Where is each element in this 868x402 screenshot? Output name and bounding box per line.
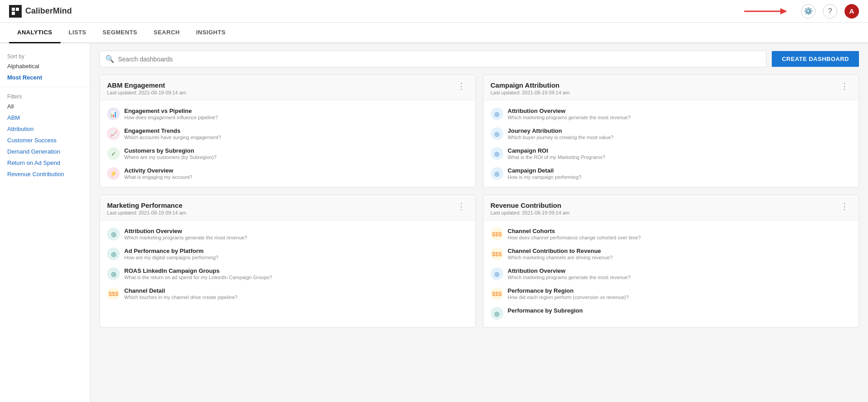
user-avatar[interactable]: A xyxy=(845,4,859,19)
list-item[interactable]: $$$ Channel Contribution to Revenue Whic… xyxy=(483,244,859,264)
sort-label: Sort by xyxy=(0,51,90,61)
revenue-contribution-menu[interactable]: ⋮ xyxy=(838,201,851,211)
dashboard-card-marketing-performance: Marketing Performance Last updated: 2021… xyxy=(99,195,476,327)
item-name: Ad Performance by Platform xyxy=(124,248,218,254)
list-item[interactable]: $$$ Performance by Region How did each r… xyxy=(483,284,859,304)
item-desc: How are my digital campaigns performing? xyxy=(124,255,218,260)
item-name: Attribution Overview xyxy=(508,108,631,114)
app-name: CaliberMind xyxy=(25,6,72,16)
arrow-indicator xyxy=(740,5,794,18)
activity-icon: ⚡ xyxy=(107,167,120,180)
chart-icon: 📊 xyxy=(107,108,120,120)
campaign-attribution-header-text: Campaign Attribution Last updated: 2021-… xyxy=(491,81,570,95)
item-name: Campaign Detail xyxy=(508,167,582,174)
list-item[interactable]: 📈 Engagement Trends Which accounts have … xyxy=(100,124,475,144)
item-name: Customers by Subregion xyxy=(124,147,216,154)
filters-label: Filters xyxy=(0,91,90,101)
list-item[interactable]: ◎ Performance by Subregion xyxy=(483,304,859,323)
item-name: Channel Contribution to Revenue xyxy=(508,248,613,254)
svg-rect-2 xyxy=(12,12,15,15)
contrib-icon: $$$ xyxy=(491,248,503,260)
check-icon: ✓ xyxy=(107,147,120,160)
abm-engagement-menu[interactable]: ⋮ xyxy=(455,81,468,91)
filter-attribution[interactable]: Attribution xyxy=(0,123,90,135)
item-desc: What is engaging my account? xyxy=(124,174,192,180)
item-name: Engagement vs Pipeline xyxy=(124,108,218,114)
sort-most-recent[interactable]: Most Recent xyxy=(0,72,90,83)
tab-insights[interactable]: INSIGHTS xyxy=(188,23,234,43)
item-desc: Where are my customers (by Subregion)? xyxy=(124,154,216,160)
svg-marker-4 xyxy=(780,8,787,14)
list-item[interactable]: ◎ Attribution Overview Which marketing p… xyxy=(483,104,859,124)
tab-search[interactable]: SEARCH xyxy=(145,23,188,43)
tab-analytics[interactable]: ANALYTICS xyxy=(9,23,61,43)
filter-customer-success[interactable]: Customer Success xyxy=(0,135,90,146)
revenue-contribution-title: Revenue Contribution xyxy=(491,201,570,209)
item-desc: Which marketing programs generate the mo… xyxy=(508,275,631,280)
campaign-attribution-menu[interactable]: ⋮ xyxy=(838,81,851,91)
ad-icon: ◎ xyxy=(107,248,120,260)
search-row: 🔍 CREATE DASHBOARD xyxy=(99,51,859,67)
filter-all[interactable]: All xyxy=(0,101,90,112)
filter-abm[interactable]: ABM xyxy=(0,112,90,123)
list-item[interactable]: ◎ Campaign ROI What is the ROI of my Mar… xyxy=(483,144,859,164)
item-name: Journey Attribution xyxy=(508,127,614,134)
settings-button[interactable]: ⚙️ xyxy=(801,4,816,19)
trend-icon: 📈 xyxy=(107,127,120,140)
filter-roas[interactable]: Return on Ad Spend xyxy=(0,157,90,168)
item-desc: Which touches in my channel drive create… xyxy=(124,294,238,300)
create-dashboard-button[interactable]: CREATE DASHBOARD xyxy=(772,51,859,67)
tab-lists[interactable]: LISTS xyxy=(61,23,94,43)
item-name: ROAS LinkedIn Campaign Groups xyxy=(124,267,272,274)
abm-engagement-body: 📊 Engagement vs Pipeline How does engage… xyxy=(100,100,475,187)
campaign-attribution-updated: Last updated: 2021-08-19 09:14 am xyxy=(491,90,570,95)
abm-engagement-header-text: ABM Engagement Last updated: 2021-08-19 … xyxy=(107,81,186,95)
list-item[interactable]: ◎ Attribution Overview Which marketing p… xyxy=(100,224,475,244)
item-desc: Which marketing programs generate the mo… xyxy=(508,115,631,120)
list-item[interactable]: 📊 Engagement vs Pipeline How does engage… xyxy=(100,104,475,124)
dashboard-card-revenue-contribution: Revenue Contribution Last updated: 2021-… xyxy=(483,195,859,327)
item-desc: How does engagement influence pipeline? xyxy=(124,115,218,120)
list-item[interactable]: ◎ Campaign Detail How is my campaign per… xyxy=(483,164,859,183)
item-name: Channel Detail xyxy=(124,287,238,294)
abm-engagement-header: ABM Engagement Last updated: 2021-08-19 … xyxy=(100,75,475,100)
detail-icon: ◎ xyxy=(491,167,503,180)
item-name: Performance by Region xyxy=(508,287,629,294)
sidebar-divider-1 xyxy=(0,87,90,87)
revenue-contribution-updated: Last updated: 2021-08-19 09:14 am xyxy=(491,210,570,215)
sort-alphabetical[interactable]: Alphabetical xyxy=(0,61,90,72)
marketing-performance-menu[interactable]: ⋮ xyxy=(455,201,468,211)
marketing-performance-title: Marketing Performance xyxy=(107,201,186,209)
campaign-attribution-title: Campaign Attribution xyxy=(491,81,570,89)
list-item[interactable]: ◎ Journey Attribution Which buyer journe… xyxy=(483,124,859,144)
list-item[interactable]: ✓ Customers by Subregion Where are my cu… xyxy=(100,144,475,164)
cohort-icon: $$$ xyxy=(491,228,503,240)
sidebar: Sort by Alphabetical Most Recent Filters… xyxy=(0,43,90,402)
marketing-performance-updated: Last updated: 2021-08-19 09:14 am xyxy=(107,210,186,215)
list-item[interactable]: ◎ Ad Performance by Platform How are my … xyxy=(100,244,475,264)
list-item[interactable]: ◎ ROAS LinkedIn Campaign Groups What is … xyxy=(100,264,475,284)
revenue-contribution-body: $$$ Channel Cohorts How does channel per… xyxy=(483,220,859,327)
filter-revenue-contribution[interactable]: Revenue Contribution xyxy=(0,168,90,180)
list-item[interactable]: $$$ Channel Detail Which touches in my c… xyxy=(100,284,475,304)
revenue-contribution-header-text: Revenue Contribution Last updated: 2021-… xyxy=(491,201,570,215)
filter-demand-generation[interactable]: Demand Generation xyxy=(0,146,90,157)
item-desc: How is my campaign performing? xyxy=(508,174,582,180)
attr2-icon: ◎ xyxy=(107,228,120,240)
tab-segments[interactable]: SEGMENTS xyxy=(94,23,145,43)
item-name: Attribution Overview xyxy=(124,228,247,234)
help-button[interactable]: ? xyxy=(823,4,837,19)
list-item[interactable]: $$$ Channel Cohorts How does channel per… xyxy=(483,224,859,244)
list-item[interactable]: ◎ Attribution Overview Which marketing p… xyxy=(483,264,859,284)
item-desc: Which marketing programs generate the mo… xyxy=(124,235,247,240)
marketing-performance-header-text: Marketing Performance Last updated: 2021… xyxy=(107,201,186,215)
list-item[interactable]: ⚡ Activity Overview What is engaging my … xyxy=(100,164,475,183)
item-desc: Which accounts have surging engagement? xyxy=(124,135,221,140)
item-desc: What is the ROI of my Marketing Programs… xyxy=(508,154,605,160)
subregion-icon: ◎ xyxy=(491,307,503,320)
item-desc: How does channel performance change coho… xyxy=(508,235,641,240)
channel-icon: $$$ xyxy=(107,287,120,300)
dashboard-grid: ABM Engagement Last updated: 2021-08-19 … xyxy=(99,75,859,327)
item-name: Performance by Subregion xyxy=(508,307,583,314)
search-input[interactable] xyxy=(118,56,760,63)
